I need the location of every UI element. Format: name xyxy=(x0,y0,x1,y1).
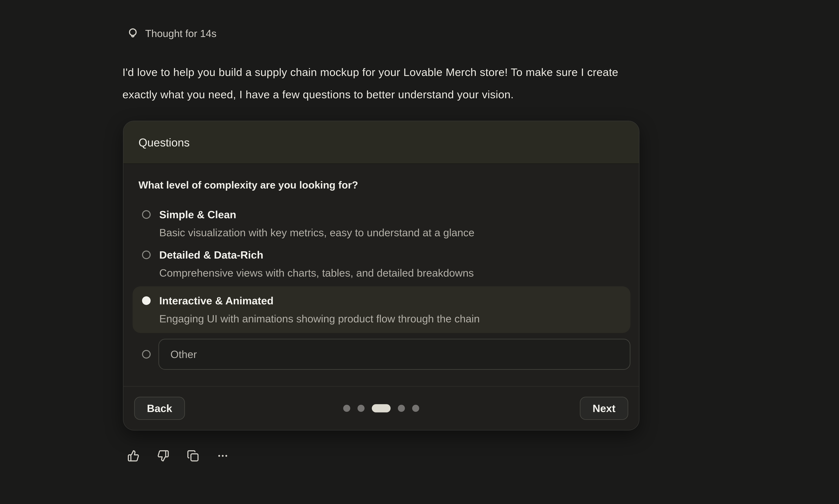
questions-card: Questions What level of complexity are y… xyxy=(123,121,640,430)
thumbs-down-icon xyxy=(157,450,169,462)
next-button[interactable]: Next xyxy=(580,397,628,420)
progress-dot xyxy=(398,405,405,412)
radio-unselected-icon[interactable] xyxy=(142,210,151,219)
message-line: I'd love to help you build a supply chai… xyxy=(122,61,618,84)
option-label: Detailed & Data-Rich xyxy=(159,248,474,261)
back-button[interactable]: Back xyxy=(134,397,185,420)
option-simple-clean[interactable]: Simple & Clean Basic visualization with … xyxy=(133,203,630,244)
option-description: Basic visualization with key metrics, ea… xyxy=(159,226,474,239)
radio-unselected-icon[interactable] xyxy=(142,251,151,259)
thumbs-up-icon xyxy=(127,450,139,462)
option-description: Comprehensive views with charts, tables,… xyxy=(159,266,474,279)
option-interactive-animated[interactable]: Interactive & Animated Engaging UI with … xyxy=(133,286,630,333)
ellipsis-icon xyxy=(217,450,229,462)
copy-button[interactable] xyxy=(187,449,199,462)
thumbs-up-button[interactable] xyxy=(127,449,140,462)
card-header: Questions xyxy=(123,121,639,164)
more-options-button[interactable] xyxy=(216,449,229,462)
question-text: What level of complexity are you looking… xyxy=(139,179,630,191)
option-label: Simple & Clean xyxy=(159,208,474,221)
option-label: Interactive & Animated xyxy=(159,294,480,307)
thought-label: Thought for 14s xyxy=(145,28,216,39)
card-title: Questions xyxy=(139,136,190,149)
card-footer: Back Next xyxy=(123,386,639,430)
other-input[interactable] xyxy=(158,339,630,370)
radio-unselected-icon[interactable] xyxy=(142,350,151,359)
card-body: What level of complexity are you looking… xyxy=(123,164,639,386)
copy-icon xyxy=(187,450,199,462)
thought-summary[interactable]: Thought for 14s xyxy=(126,27,216,40)
progress-dot xyxy=(412,405,419,412)
option-description: Engaging UI with animations showing prod… xyxy=(159,312,480,325)
lightbulb-icon xyxy=(126,27,139,40)
option-other[interactable] xyxy=(133,339,630,370)
progress-dot xyxy=(357,405,365,412)
progress-dot xyxy=(343,405,350,412)
message-line: exactly what you need, I have a few ques… xyxy=(122,84,618,106)
thumbs-down-button[interactable] xyxy=(157,449,170,462)
progress-dots xyxy=(343,404,419,412)
radio-selected-icon[interactable] xyxy=(142,296,151,305)
option-detailed-data-rich[interactable]: Detailed & Data-Rich Comprehensive views… xyxy=(133,244,630,284)
message-actions xyxy=(127,449,229,462)
progress-dot-active xyxy=(372,404,390,412)
assistant-message: I'd love to help you build a supply chai… xyxy=(122,61,618,106)
